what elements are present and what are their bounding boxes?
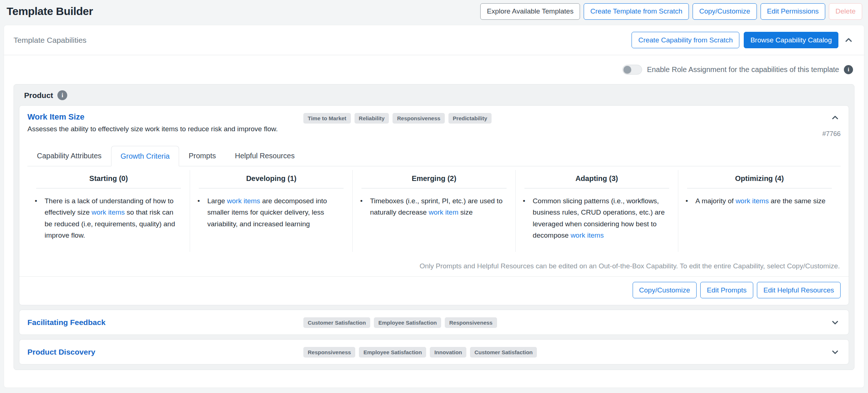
capabilities-panel-actions: Create Capability from Scratch Browse Ca… [632, 32, 854, 48]
template-capabilities-panel: Template Capabilities Create Capability … [4, 25, 864, 388]
work-item-size-tags: Time to Market Reliability Responsivenes… [303, 112, 492, 124]
bullet-marker: • [197, 195, 207, 230]
criteria-bullet: • A majority of work items are the same … [686, 195, 833, 207]
column-header: Developing (1) [199, 174, 344, 189]
tab-growth-criteria[interactable]: Growth Criteria [111, 146, 179, 166]
expand-card-chevron-down-icon[interactable] [830, 317, 841, 328]
tag: Time to Market [303, 113, 351, 124]
product-discovery-title[interactable]: Product Discovery [27, 348, 95, 356]
role-assignment-toggle[interactable] [622, 65, 642, 75]
tab-capability-attributes[interactable]: Capability Attributes [27, 146, 111, 166]
criteria-column-adapting: Adapting (3) • Common slicing patterns (… [515, 170, 678, 252]
bullet-text: are the same size [769, 197, 825, 205]
work-item-size-description-row: Assesses the ability to effectively size… [19, 124, 849, 140]
capability-tabs: Capability Attributes Growth Criteria Pr… [27, 146, 841, 166]
edit-permissions-button[interactable]: Edit Permissions [761, 3, 826, 20]
product-section-header: Product i [19, 84, 849, 105]
expand-card-chevron-down-icon[interactable] [830, 347, 841, 358]
tab-prompts[interactable]: Prompts [179, 146, 225, 166]
work-item-link[interactable]: work item [429, 208, 458, 216]
tag: Customer Satisfaction [303, 317, 370, 328]
product-discovery-tags: Responsiveness Employee Satisfaction Inn… [303, 346, 537, 358]
criteria-column-optimizing: Optimizing (4) • A majority of work item… [678, 170, 841, 252]
tag: Responsiveness [393, 113, 444, 124]
criteria-bullet: • There is a lack of understanding of ho… [35, 195, 182, 241]
edit-helpful-resources-button[interactable]: Edit Helpful Resources [757, 282, 841, 298]
column-header: Starting (0) [36, 174, 181, 189]
out-of-box-note: Only Prompts and Helpful Resources can b… [19, 252, 849, 277]
criteria-bullet: • Large work items are decomposed into s… [197, 195, 345, 230]
tag: Responsiveness [303, 347, 355, 358]
bullet-marker: • [523, 195, 533, 241]
product-section-title: Product [24, 91, 53, 100]
tag: Innovation [430, 347, 466, 358]
bullet-text: size [458, 208, 473, 216]
bullet-marker: • [35, 195, 45, 241]
tag: Employee Satisfaction [359, 347, 426, 358]
bullet-text: Large [207, 197, 227, 205]
product-section: Product i Work Item Size Time to Market … [14, 84, 854, 370]
role-assignment-label: Enable Role Assignment for the capabilit… [647, 65, 839, 74]
create-template-from-scratch-button[interactable]: Create Template from Scratch [584, 3, 689, 20]
work-item-size-footer: Copy/Customize Edit Prompts Edit Helpful… [19, 277, 849, 305]
facilitating-feedback-tags: Customer Satisfaction Employee Satisfact… [303, 317, 497, 328]
role-assignment-row: Enable Role Assignment for the capabilit… [4, 55, 864, 77]
capability-card-facilitating-feedback: Facilitating Feedback Customer Satisfact… [19, 310, 849, 335]
criteria-column-emerging: Emerging (2) • Timeboxes (i.e., sprint, … [352, 170, 515, 252]
criteria-bullet: • Common slicing patterns (i.e., workflo… [523, 195, 671, 241]
bullet-marker: • [360, 195, 370, 218]
product-info-icon[interactable]: i [57, 90, 67, 100]
collapse-panel-chevron-up-icon[interactable] [843, 34, 854, 46]
capabilities-panel-header: Template Capabilities Create Capability … [4, 25, 864, 55]
facilitating-feedback-title[interactable]: Facilitating Feedback [27, 318, 106, 326]
criteria-bullet: • Timeboxes (i.e., sprint, PI, etc.) are… [360, 195, 508, 218]
criteria-column-starting: Starting (0) • There is a lack of unders… [27, 170, 190, 252]
work-item-size-description: Assesses the ability to effectively size… [27, 125, 278, 133]
create-capability-from-scratch-button[interactable]: Create Capability from Scratch [632, 32, 739, 48]
capabilities-panel-title: Template Capabilities [14, 36, 87, 45]
copy-customize-capability-button[interactable]: Copy/Customize [633, 282, 697, 298]
capability-id: #7766 [822, 125, 841, 138]
work-items-link[interactable]: work items [227, 197, 260, 205]
column-header: Optimizing (4) [687, 174, 832, 189]
role-assignment-info-icon[interactable]: i [844, 65, 853, 74]
work-item-size-header: Work Item Size Time to Market Reliabilit… [19, 106, 849, 124]
tag: Predictability [448, 113, 492, 124]
tag: Employee Satisfaction [374, 317, 441, 328]
work-item-size-title[interactable]: Work Item Size [27, 112, 84, 121]
copy-customize-template-button[interactable]: Copy/Customize [693, 3, 757, 20]
header-actions: Explore Available Templates Create Templ… [480, 3, 862, 20]
edit-prompts-button[interactable]: Edit Prompts [700, 282, 753, 298]
explore-available-templates-button[interactable]: Explore Available Templates [480, 3, 580, 20]
tab-helpful-resources[interactable]: Helpful Resources [225, 146, 304, 166]
column-header: Emerging (2) [361, 174, 506, 189]
work-items-link[interactable]: work items [736, 197, 769, 205]
page-header: Template Builder Explore Available Templ… [0, 0, 868, 22]
work-items-link[interactable]: work items [91, 208, 125, 216]
collapse-card-chevron-up-icon[interactable] [830, 112, 841, 123]
growth-criteria-grid: Starting (0) • There is a lack of unders… [27, 166, 841, 252]
criteria-column-developing: Developing (1) • Large work items are de… [190, 170, 352, 252]
tag: Customer Satisfaction [470, 347, 537, 358]
capability-card-work-item-size: Work Item Size Time to Market Reliabilit… [19, 105, 849, 305]
page-title: Template Builder [7, 5, 93, 18]
bullet-marker: • [686, 195, 695, 207]
tag: Reliability [355, 113, 389, 124]
work-items-link[interactable]: work items [571, 231, 604, 239]
toggle-knob [623, 66, 631, 73]
tag: Responsiveness [445, 317, 497, 328]
capability-card-product-discovery: Product Discovery Responsiveness Employe… [19, 339, 849, 364]
delete-template-button[interactable]: Delete [829, 3, 862, 20]
bullet-text: A majority of [695, 197, 736, 205]
browse-capability-catalog-button[interactable]: Browse Capability Catalog [744, 32, 838, 48]
column-header: Adapting (3) [524, 174, 669, 189]
